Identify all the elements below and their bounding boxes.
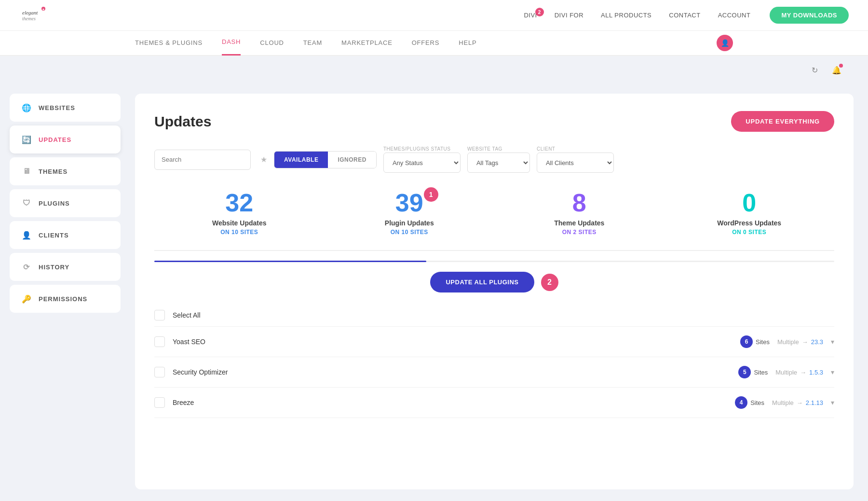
logo-area: elegant themes ✦ bbox=[19, 5, 48, 26]
tab-offers[interactable]: OFFERS bbox=[412, 30, 440, 56]
top-nav: elegant themes ✦ DIVI 2 DIVI FOR ALL PRO… bbox=[0, 0, 868, 31]
tab-marketplace[interactable]: MARKETPLACE bbox=[341, 30, 393, 56]
stat-wordpress-updates: 0 WordPress Updates ON 0 SITES bbox=[665, 190, 835, 236]
globe-icon: 🌐 bbox=[21, 102, 32, 113]
tab-team[interactable]: TEAM bbox=[303, 30, 322, 56]
tag-filter-select[interactable]: All Tags bbox=[467, 153, 530, 173]
plugin-row-security: Security Optimizer 5 Sites Multiple → 1.… bbox=[154, 357, 834, 388]
tab-dash[interactable]: DASH bbox=[222, 30, 241, 56]
theme-updates-number: 8 bbox=[494, 190, 665, 215]
notification-dot bbox=[839, 64, 843, 68]
breeze-arrow: → bbox=[797, 399, 803, 406]
ignored-tab[interactable]: IGNORED bbox=[328, 152, 376, 168]
select-all-label: Select All bbox=[173, 311, 834, 319]
client-filter-select[interactable]: All Clients bbox=[537, 153, 614, 173]
list-header: Select All bbox=[154, 304, 834, 327]
plugin-updates-badge: 1 bbox=[424, 187, 438, 202]
logo-icon: elegant themes ✦ bbox=[19, 5, 48, 26]
available-tab[interactable]: AVAILABLE bbox=[274, 152, 328, 168]
yoast-sites-label: Sites bbox=[756, 338, 770, 346]
sidebar-item-clients[interactable]: 👤 CLIENTS bbox=[10, 221, 121, 249]
yoast-checkbox[interactable] bbox=[154, 336, 165, 347]
sidebar-item-websites[interactable]: 🌐 WEBSITES bbox=[10, 94, 121, 122]
progress-bar bbox=[154, 261, 834, 262]
security-arrow: → bbox=[800, 369, 806, 376]
yoast-sites-badge: 6 Sites bbox=[740, 335, 770, 348]
yoast-chevron[interactable]: ▾ bbox=[831, 338, 834, 346]
theme-updates-sub: ON 2 SITES bbox=[494, 229, 665, 236]
theme-updates-label: Theme Updates bbox=[494, 219, 665, 227]
nav-divi-for[interactable]: DIVI FOR bbox=[555, 12, 583, 19]
avatar[interactable]: 👤 bbox=[717, 35, 733, 51]
history-icon: ⟳ bbox=[21, 262, 32, 272]
select-all-checkbox[interactable] bbox=[154, 310, 165, 320]
tag-filter-group: WEBSITE TAG All Tags bbox=[467, 146, 530, 173]
toolbar-row: ↻ 🔔 bbox=[0, 56, 868, 84]
security-checkbox[interactable] bbox=[154, 367, 165, 377]
search-input[interactable] bbox=[154, 150, 251, 170]
breeze-sites-badge: 4 Sites bbox=[735, 396, 764, 409]
my-downloads-button[interactable]: MY DOWNLOADS bbox=[770, 7, 849, 24]
status-filter-label: THEMES/PLUGINS STATUS bbox=[383, 146, 461, 152]
stats-row: 32 Website Updates ON 10 SITES 1 39 Plug… bbox=[154, 190, 834, 251]
shield-icon: 🛡 bbox=[21, 198, 32, 209]
filter-row: ★ AVAILABLE IGNORED THEMES/PLUGINS STATU… bbox=[154, 146, 834, 173]
update-all-plugins-button[interactable]: UPDATE ALL PLUGINS bbox=[430, 272, 534, 292]
person-icon: 👤 bbox=[21, 230, 32, 240]
sidebar-item-plugins[interactable]: 🛡 PLUGINS bbox=[10, 189, 121, 217]
security-site-count: 5 bbox=[738, 366, 751, 378]
website-updates-label: Website Updates bbox=[154, 219, 325, 227]
update-everything-button[interactable]: UPDATE EVERYTHING bbox=[731, 111, 834, 132]
tag-filter-label: WEBSITE TAG bbox=[467, 146, 530, 152]
stat-theme-updates: 8 Theme Updates ON 2 SITES bbox=[494, 190, 665, 236]
security-chevron[interactable]: ▾ bbox=[831, 368, 834, 376]
tab-group: AVAILABLE IGNORED bbox=[274, 151, 377, 168]
secondary-nav: THEMES & PLUGINS DASH CLOUD TEAM MARKETP… bbox=[0, 31, 868, 56]
tab-help[interactable]: HELP bbox=[459, 30, 476, 56]
refresh-icon[interactable]: ↻ bbox=[807, 63, 822, 77]
security-version: Multiple → 1.5.3 bbox=[775, 369, 823, 376]
breeze-site-count: 4 bbox=[735, 396, 747, 409]
client-filter-group: CLIENT All Clients bbox=[537, 146, 614, 173]
wordpress-updates-number: 0 bbox=[665, 190, 835, 215]
status-filter-select[interactable]: Any Status bbox=[383, 153, 461, 173]
wordpress-updates-label: WordPress Updates bbox=[665, 219, 835, 227]
breeze-version: Multiple → 2.1.13 bbox=[772, 399, 823, 406]
update-all-badge: 2 bbox=[541, 274, 558, 291]
sidebar-item-history[interactable]: ⟳ HISTORY bbox=[10, 253, 121, 281]
nav-account[interactable]: ACCOUNT bbox=[718, 12, 751, 19]
security-sites-badge: 5 Sites bbox=[738, 366, 768, 378]
breeze-checkbox[interactable] bbox=[154, 397, 165, 408]
progress-bar-fill bbox=[154, 261, 426, 262]
plugin-updates-sub: ON 10 SITES bbox=[325, 229, 495, 236]
plugin-updates-number: 39 bbox=[325, 190, 495, 215]
nav-divi[interactable]: DIVI 2 bbox=[524, 12, 537, 19]
star-icon[interactable]: ★ bbox=[260, 155, 267, 164]
top-nav-links: DIVI 2 DIVI FOR ALL PRODUCTS CONTACT ACC… bbox=[524, 12, 750, 19]
sidebar-item-permissions[interactable]: 🔑 PERMISSIONS bbox=[10, 285, 121, 313]
breeze-version-new: 2.1.13 bbox=[806, 399, 823, 406]
yoast-arrow: → bbox=[802, 338, 808, 346]
security-sites-label: Sites bbox=[754, 369, 768, 376]
nav-all-products[interactable]: ALL PRODUCTS bbox=[601, 12, 651, 19]
refresh-icon-sidebar: 🔄 bbox=[21, 134, 32, 145]
sidebar-item-updates[interactable]: 🔄 UPDATES bbox=[10, 125, 121, 153]
breeze-chevron[interactable]: ▾ bbox=[831, 399, 834, 406]
key-icon: 🔑 bbox=[21, 293, 32, 304]
yoast-site-count: 6 bbox=[740, 335, 753, 348]
bell-icon[interactable]: 🔔 bbox=[829, 63, 844, 77]
nav-contact[interactable]: CONTACT bbox=[669, 12, 700, 19]
sidebar: 🌐 WEBSITES 🔄 UPDATES 🖥 THEMES 🛡 PLUGINS … bbox=[0, 84, 130, 499]
tab-themes-plugins[interactable]: THEMES & PLUGINS bbox=[135, 30, 203, 56]
content-area: Updates UPDATE EVERYTHING ★ AVAILABLE IG… bbox=[135, 94, 854, 489]
tab-cloud[interactable]: CLOUD bbox=[260, 30, 284, 56]
monitor-icon: 🖥 bbox=[21, 166, 32, 177]
plugin-row-yoast: Yoast SEO 6 Sites Multiple → 23.3 ▾ bbox=[154, 327, 834, 357]
yoast-name: Yoast SEO bbox=[173, 338, 732, 346]
divi-badge: 2 bbox=[535, 8, 544, 16]
sidebar-item-themes[interactable]: 🖥 THEMES bbox=[10, 157, 121, 185]
page-header: Updates UPDATE EVERYTHING bbox=[154, 111, 834, 132]
yoast-version: Multiple → 23.3 bbox=[777, 338, 823, 346]
security-name: Security Optimizer bbox=[173, 368, 731, 376]
breeze-name: Breeze bbox=[173, 399, 727, 406]
